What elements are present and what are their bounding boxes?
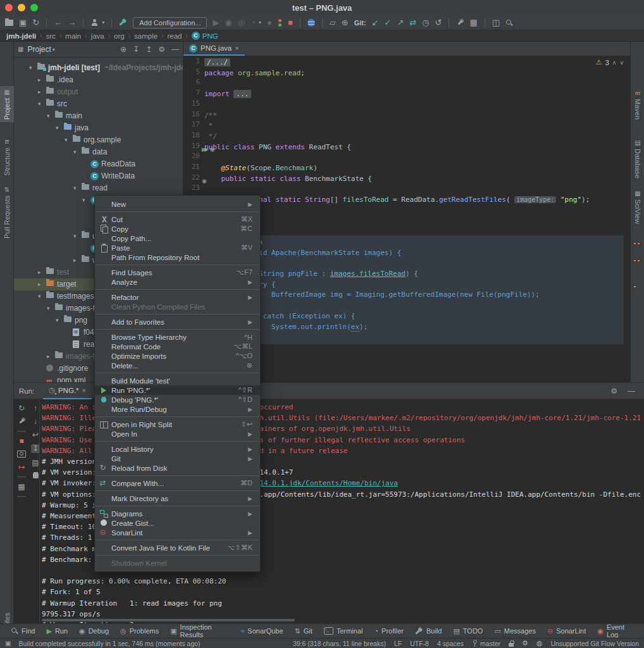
tree-chevron-icon[interactable]: ▾ — [47, 305, 50, 311]
menu-item-add-to-favorites[interactable]: Add to Favorites▶ — [95, 317, 260, 327]
menu-item-open-in-right-split[interactable]: Open in Right Split⇧↩ — [95, 420, 260, 429]
gear-icon[interactable]: ⚙ — [610, 387, 617, 396]
file-encoding[interactable]: UTF-8 — [410, 640, 429, 647]
menu-item-run-png-[interactable]: Run 'PNG.*'^⇧R — [95, 385, 260, 395]
menu-item-create-gist-[interactable]: Create Gist... — [95, 518, 260, 528]
git-diff-icon[interactable]: ⇄ — [409, 18, 416, 27]
tree-item-WriteData[interactable]: WriteData — [14, 170, 183, 182]
tree-chevron-icon[interactable]: ▾ — [73, 233, 77, 239]
print-icon[interactable]: ▤ — [32, 459, 39, 466]
toolwindow-button-debug[interactable]: ◉Debug — [73, 624, 115, 638]
run-config-tab[interactable]: ◷ PNG.* × — [34, 383, 92, 399]
menu-item-compare-with-[interactable]: Compare With...⌘D — [95, 478, 260, 488]
build-hammer-icon[interactable] — [119, 18, 127, 27]
git-update-icon[interactable]: ↙ — [372, 18, 379, 27]
tree-item-output[interactable]: ▸output — [14, 86, 183, 98]
line-separator[interactable]: LF — [394, 640, 402, 647]
breadcrumb-item-active[interactable]: PNG — [192, 32, 218, 40]
error-stripe-mark[interactable] — [634, 286, 636, 287]
settings-wrench-icon[interactable] — [456, 19, 464, 27]
coverage-icon[interactable]: ◎ — [238, 18, 245, 27]
up-stack-trace-icon[interactable]: ↑ — [34, 404, 37, 412]
menu-item-open-in[interactable]: Open In▶ — [95, 429, 260, 439]
menu-item-optimize-imports[interactable]: Optimize Imports^⌥O — [95, 351, 260, 361]
notification-icon[interactable]: ◍ — [536, 639, 543, 647]
toolwindow-button-terminal[interactable]: Terminal — [318, 624, 369, 638]
sidebar-tab-pull-requests[interactable]: ⇅Pull Requests — [0, 184, 14, 241]
breadcrumb-item-jmh-jdeli[interactable]: jmh-jdeli — [6, 32, 36, 40]
breadcrumb-item-java[interactable]: java — [91, 32, 104, 40]
tree-item-org.sample[interactable]: ▾org.sample — [14, 134, 183, 146]
tree-chevron-icon[interactable]: ▸ — [73, 257, 77, 263]
gear-icon[interactable]: ⚙ — [158, 45, 165, 54]
stop-icon[interactable]: ■ — [19, 437, 23, 445]
toolwindow-button-todo[interactable]: ▤TODO — [447, 624, 488, 638]
hide-panel-icon[interactable]: — — [628, 387, 635, 396]
tree-item-jmh-jdeli [test][interactable]: ▾jmh-jdeli [test]~/IdeaProjects/jmh-jdel… — [14, 62, 183, 74]
locate-file-icon[interactable]: ⊕ — [120, 45, 127, 54]
toolwindow-button-sonarlint[interactable]: ⊖SonarLint — [542, 624, 591, 638]
open-icon[interactable] — [5, 20, 13, 26]
sidebar-tab-sciview[interactable]: ▦SciView — [631, 187, 644, 227]
git-rollback-icon[interactable]: ↺ — [435, 18, 442, 27]
user-icon[interactable] — [90, 19, 99, 27]
menu-item-new[interactable]: New▶ — [95, 199, 260, 209]
stop-icon[interactable]: ■ — [288, 18, 293, 27]
debug-icon[interactable]: ◉ — [225, 18, 232, 27]
toolwindow-button-git[interactable]: ⇅Git — [289, 624, 318, 638]
back-icon[interactable]: ← — [54, 18, 62, 27]
tree-chevron-icon[interactable]: ▾ — [73, 185, 77, 191]
collapse-all-icon[interactable]: ↥ — [146, 45, 152, 54]
tree-chevron-icon[interactable]: ▾ — [38, 293, 41, 299]
git-history-icon[interactable]: ◷ — [422, 18, 429, 27]
menu-item-local-history[interactable]: Local History▶ — [95, 444, 260, 454]
forward-icon[interactable]: → — [68, 18, 76, 27]
save-icon[interactable]: ▣ — [19, 18, 27, 27]
tree-chevron-icon[interactable]: ▸ — [47, 353, 50, 359]
menu-item-mark-directory-as[interactable]: Mark Directory as▶ — [95, 494, 260, 503]
close-icon[interactable]: × — [82, 387, 86, 394]
toolwindow-button-run[interactable]: ▶Run — [40, 624, 73, 638]
menu-item-cut[interactable]: Cut⌘X — [95, 215, 260, 224]
error-stripe-mark[interactable] — [634, 260, 636, 261]
menu-item-analyze[interactable]: Analyze▶ — [95, 277, 260, 287]
menu-item-delete-[interactable]: Delete...⊗ — [95, 361, 260, 370]
tree-chevron-icon[interactable]: ▾ — [73, 149, 77, 155]
tree-chevron-icon[interactable]: ▸ — [38, 281, 41, 287]
menu-item-git[interactable]: Git▶ — [95, 454, 260, 463]
tree-chevron-icon[interactable]: ▾ — [47, 113, 50, 119]
soft-wrap-icon[interactable]: ↩ — [32, 431, 39, 439]
toolwindow-button-profiler[interactable]: ◔Profiler — [368, 624, 409, 638]
update-project-icon[interactable]: ⊕ — [342, 18, 349, 27]
menu-item-reformat-code[interactable]: Reformat Code⌥⌘L — [95, 342, 260, 351]
breadcrumb-item-src[interactable]: src — [46, 32, 56, 40]
breadcrumb-item-read[interactable]: read — [167, 32, 182, 40]
menu-item-copy[interactable]: Copy⌘C — [95, 224, 260, 234]
error-stripe-mark[interactable] — [638, 260, 640, 261]
concurrency-diagram-icon[interactable] — [278, 19, 282, 27]
tree-chevron-icon[interactable]: ▾ — [29, 65, 32, 71]
project-panel-title[interactable]: Project — [27, 45, 51, 54]
toolwindow-button-sonarqube[interactable]: ≈SonarQube — [235, 624, 288, 638]
toolwindow-button-inspection-results[interactable]: ▣Inspection Results — [164, 624, 235, 638]
toolwindow-button-problems[interactable]: ◎Problems — [115, 624, 164, 638]
tool-window-toggle-icon[interactable]: ▣ — [5, 640, 11, 647]
tree-item-java[interactable]: ▾java — [14, 122, 183, 134]
tree-item-src[interactable]: ▾src — [14, 98, 183, 110]
sync-icon[interactable]: ↻ — [32, 18, 39, 27]
error-stripe-mark[interactable] — [638, 243, 640, 244]
tree-item-ReadData[interactable]: ReadData — [14, 158, 183, 170]
git-branch-widget[interactable]: master — [472, 640, 500, 647]
device-preview-icon[interactable]: ▱ — [330, 18, 336, 27]
hide-panel-icon[interactable]: — — [171, 45, 179, 54]
tree-item-main[interactable]: ▾main — [14, 110, 183, 122]
exit-icon[interactable]: ↦ — [18, 463, 25, 471]
tree-chevron-icon[interactable]: ▾ — [38, 101, 41, 107]
toolwindow-button-build[interactable]: Build — [409, 624, 447, 638]
run-icon[interactable]: ▶ — [213, 18, 219, 27]
chevron-down-icon[interactable]: ▾ — [53, 47, 55, 53]
restore-layout-icon[interactable]: ▦ — [18, 483, 25, 490]
edit-configuration-icon[interactable] — [18, 418, 25, 425]
breadcrumb-item-org[interactable]: org — [114, 32, 125, 40]
menu-item-copy-path-[interactable]: Copy Path... — [95, 234, 260, 243]
